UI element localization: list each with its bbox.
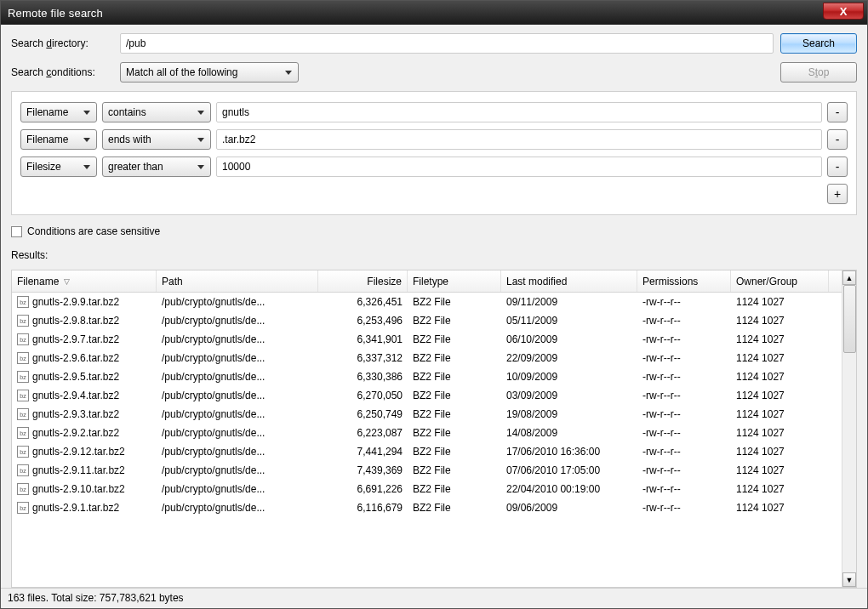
cell-owner-group: 1124 1027 (731, 312, 829, 329)
cell-filesize: 6,250,749 (318, 406, 408, 423)
remove-condition-button[interactable]: - (827, 129, 848, 150)
cell-path: /pub/crypto/gnutls/de... (157, 443, 318, 460)
add-condition-button[interactable]: + (827, 184, 848, 204)
condition-row: Filename contains - (20, 102, 848, 122)
column-header-filetype[interactable]: Filetype (408, 270, 501, 292)
cell-filename: bzgnutls-2.9.7.tar.bz2 (12, 331, 157, 348)
cell-owner-group: 1124 1027 (731, 443, 829, 460)
cell-filesize: 7,441,294 (318, 443, 408, 460)
vertical-scrollbar[interactable]: ▲ ▼ (842, 270, 856, 587)
cell-filetype: BZ2 File (408, 312, 501, 329)
search-conditions-label: Search conditions: (11, 66, 113, 78)
table-row[interactable]: bzgnutls-2.9.2.tar.bz2/pub/crypto/gnutls… (12, 424, 842, 442)
cell-filename: bzgnutls-2.9.12.tar.bz2 (12, 443, 157, 460)
scroll-thumb[interactable] (843, 285, 856, 353)
table-row[interactable]: bzgnutls-2.9.6.tar.bz2/pub/crypto/gnutls… (12, 349, 842, 367)
cell-permissions: -rw-r--r-- (637, 481, 731, 498)
table-row[interactable]: bzgnutls-2.9.3.tar.bz2/pub/crypto/gnutls… (12, 405, 842, 424)
column-header-path[interactable]: Path (157, 270, 318, 292)
condition-field-value: Filename (26, 106, 68, 118)
cell-filetype: BZ2 File (408, 331, 501, 348)
cell-permissions: -rw-r--r-- (637, 499, 731, 516)
condition-value-input[interactable] (216, 157, 822, 177)
minus-icon: - (836, 133, 840, 146)
cell-last-modified: 07/06/2010 17:05:00 (501, 462, 637, 479)
table-row[interactable]: bzgnutls-2.9.9.tar.bz2/pub/crypto/gnutls… (12, 293, 842, 311)
window-title: Remote file search (8, 7, 103, 20)
table-row[interactable]: bzgnutls-2.9.8.tar.bz2/pub/crypto/gnutls… (12, 311, 842, 330)
cell-filename: bzgnutls-2.9.3.tar.bz2 (12, 406, 157, 423)
column-header-owner-group[interactable]: Owner/Group (731, 270, 829, 292)
table-row[interactable]: bzgnutls-2.9.7.tar.bz2/pub/crypto/gnutls… (12, 330, 842, 349)
scroll-up-button[interactable]: ▲ (842, 270, 856, 285)
search-directory-input[interactable] (120, 33, 774, 54)
condition-op-value: ends with (108, 134, 151, 145)
file-icon: bz (17, 408, 29, 420)
cell-filetype: BZ2 File (408, 462, 501, 479)
column-header-filename[interactable]: Filename▽ (12, 270, 157, 292)
stop-button[interactable]: Stop (780, 62, 857, 83)
cell-owner-group: 1124 1027 (731, 406, 829, 423)
results-table: Filename▽ Path Filesize Filetype Last mo… (11, 270, 857, 588)
cell-last-modified: 03/09/2009 (501, 387, 637, 404)
cell-filename: bzgnutls-2.9.10.tar.bz2 (12, 481, 157, 498)
table-row[interactable]: bzgnutls-2.9.11.tar.bz2/pub/crypto/gnutl… (12, 461, 842, 480)
condition-op-dropdown[interactable]: ends with (102, 129, 211, 150)
condition-value-input[interactable] (216, 102, 822, 122)
cell-last-modified: 10/09/2009 (501, 368, 637, 385)
cell-filetype: BZ2 File (408, 387, 501, 404)
cell-permissions: -rw-r--r-- (637, 462, 731, 479)
cell-filename: bzgnutls-2.9.6.tar.bz2 (12, 350, 157, 367)
search-button[interactable]: Search (780, 33, 857, 54)
column-header-filesize[interactable]: Filesize (318, 270, 408, 292)
remove-condition-button[interactable]: - (827, 102, 848, 122)
cell-path: /pub/crypto/gnutls/de... (157, 368, 318, 385)
table-row[interactable]: bzgnutls-2.9.12.tar.bz2/pub/crypto/gnutl… (12, 442, 842, 461)
cell-permissions: -rw-r--r-- (637, 424, 731, 441)
cell-path: /pub/crypto/gnutls/de... (157, 499, 318, 516)
cell-filesize: 6,223,087 (318, 424, 408, 441)
cell-owner-group: 1124 1027 (731, 481, 829, 498)
cell-owner-group: 1124 1027 (731, 462, 829, 479)
condition-value-input[interactable] (216, 129, 822, 150)
cell-permissions: -rw-r--r-- (637, 312, 731, 329)
cell-filename: bzgnutls-2.9.1.tar.bz2 (12, 499, 157, 516)
cell-path: /pub/crypto/gnutls/de... (157, 350, 318, 367)
cell-owner-group: 1124 1027 (731, 387, 829, 404)
column-header-permissions[interactable]: Permissions (637, 270, 731, 292)
match-mode-dropdown[interactable]: Match all of the following (120, 62, 299, 83)
condition-field-dropdown[interactable]: Filesize (20, 157, 97, 177)
case-sensitive-checkbox[interactable] (11, 226, 22, 237)
minus-icon: - (836, 160, 840, 174)
cell-filesize: 6,326,451 (318, 293, 408, 310)
table-row[interactable]: bzgnutls-2.9.10.tar.bz2/pub/crypto/gnutl… (12, 480, 842, 498)
search-button-label: Search (802, 37, 835, 49)
cell-path: /pub/crypto/gnutls/de... (157, 293, 318, 310)
cell-path: /pub/crypto/gnutls/de... (157, 481, 318, 498)
case-sensitive-label: Conditions are case sensitive (27, 225, 160, 237)
table-row[interactable]: bzgnutls-2.9.5.tar.bz2/pub/crypto/gnutls… (12, 367, 842, 386)
cell-owner-group: 1124 1027 (731, 293, 829, 310)
cell-last-modified: 22/09/2009 (501, 350, 637, 367)
close-button[interactable]: X (823, 3, 864, 20)
scroll-down-button[interactable]: ▼ (842, 572, 856, 587)
minus-icon: - (836, 105, 840, 119)
condition-op-value: contains (108, 106, 146, 118)
cell-filetype: BZ2 File (408, 293, 501, 310)
titlebar[interactable]: Remote file search X (1, 1, 867, 25)
cell-owner-group: 1124 1027 (731, 499, 829, 516)
condition-field-dropdown[interactable]: Filename (20, 102, 97, 122)
status-bar: 163 files. Total size: 757,783,621 bytes (1, 588, 867, 608)
condition-op-dropdown[interactable]: contains (102, 102, 211, 122)
cell-filename: bzgnutls-2.9.8.tar.bz2 (12, 312, 157, 329)
column-header-last-modified[interactable]: Last modified (501, 270, 637, 292)
cell-owner-group: 1124 1027 (731, 350, 829, 367)
table-row[interactable]: bzgnutls-2.9.1.tar.bz2/pub/crypto/gnutls… (12, 498, 842, 517)
condition-field-dropdown[interactable]: Filename (20, 129, 97, 150)
remove-condition-button[interactable]: - (827, 157, 848, 177)
condition-op-dropdown[interactable]: greater than (102, 157, 211, 177)
cell-filesize: 6,337,312 (318, 350, 408, 367)
table-row[interactable]: bzgnutls-2.9.4.tar.bz2/pub/crypto/gnutls… (12, 386, 842, 405)
cell-filename: bzgnutls-2.9.2.tar.bz2 (12, 424, 157, 441)
condition-row: Filesize greater than - (20, 157, 848, 177)
